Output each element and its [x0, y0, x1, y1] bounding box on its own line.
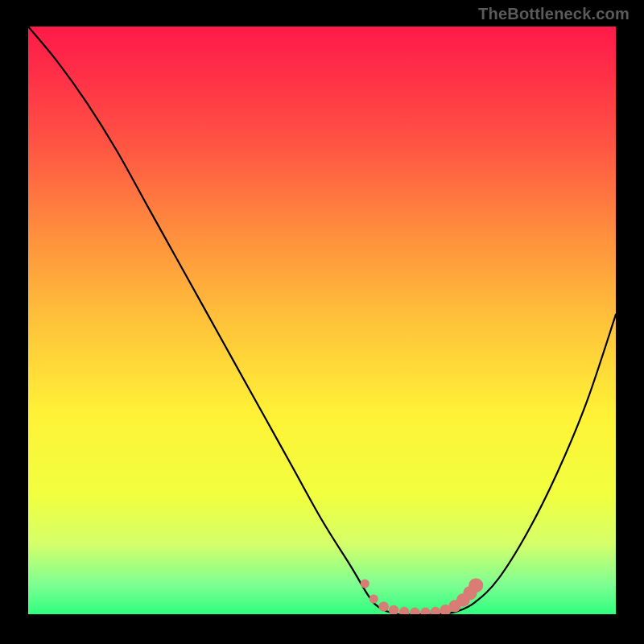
attribution-label: TheBottleneck.com — [478, 5, 630, 23]
curve-marker — [410, 608, 419, 614]
chart-stage: TheBottleneck.com — [0, 0, 644, 644]
bottleneck-curve — [28, 27, 616, 614]
curve-marker — [361, 579, 369, 588]
curve-marker — [431, 607, 440, 614]
plot-area — [28, 27, 616, 614]
curve-marker — [420, 608, 430, 614]
curve-marker — [369, 594, 378, 603]
curve-layer — [28, 27, 616, 614]
curve-marker — [378, 601, 388, 611]
curve-marker — [399, 607, 409, 614]
curve-marker — [389, 605, 398, 614]
curve-marker — [469, 578, 483, 592]
